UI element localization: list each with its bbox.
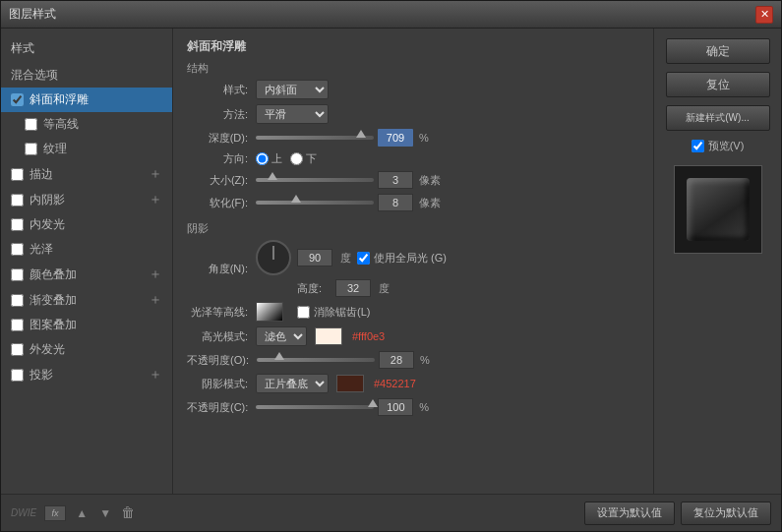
reset-button[interactable]: 复位 — [666, 72, 770, 97]
stroke-plus-icon[interactable]: ＋ — [149, 165, 162, 183]
stroke-checkbox[interactable] — [11, 168, 24, 181]
highlight-opacity-slider[interactable] — [257, 358, 375, 362]
preview-checkbox[interactable] — [692, 140, 704, 152]
depth-input[interactable] — [378, 129, 413, 147]
fx-button[interactable]: fx — [44, 505, 66, 521]
ok-button[interactable]: 确定 — [666, 38, 770, 64]
soften-unit: 像素 — [419, 196, 441, 210]
shadow-mode-select[interactable]: 正片叠底 正常 叠加 — [256, 374, 329, 393]
angle-input[interactable] — [297, 249, 332, 266]
shadow-mode-row: 阴影模式: 正片叠底 正常 叠加 #452217 — [187, 374, 639, 393]
method-control: 平滑 雕刻清晰 雕刻柔和 — [256, 104, 329, 124]
highlight-opacity-row: 不透明度(O): % — [187, 351, 639, 369]
anti-alias-checkbox[interactable] — [297, 306, 310, 319]
sidebar-item-outer-glow[interactable]: 外发光 — [1, 337, 172, 362]
shadow-opacity-slider[interactable] — [256, 405, 374, 409]
delete-button[interactable]: 🗑 — [121, 504, 139, 522]
inner-glow-checkbox[interactable] — [11, 218, 24, 231]
outer-glow-checkbox[interactable] — [11, 343, 24, 356]
size-label: 大小(Z): — [187, 173, 256, 188]
method-label: 方法: — [187, 107, 256, 122]
sidebar-item-gradient-overlay[interactable]: 渐变叠加 ＋ — [1, 287, 172, 313]
direction-control: 上 下 — [256, 151, 317, 166]
bevel-section-title: 斜面和浮雕 — [187, 38, 639, 55]
highlight-control: 滤色 正常 叠加 #fff0e3 — [256, 326, 385, 346]
sidebar-item-satin[interactable]: 光泽 — [1, 237, 172, 262]
gradient-overlay-checkbox[interactable] — [11, 294, 24, 307]
size-slider[interactable] — [256, 178, 374, 182]
gloss-row: 光泽等高线: 消除锯齿(L) — [187, 302, 639, 322]
depth-slider[interactable] — [256, 136, 374, 140]
inner-shadow-plus-icon[interactable]: ＋ — [149, 191, 162, 208]
depth-row: 深度(D): % — [187, 129, 639, 147]
sidebar-item-blend[interactable]: 混合选项 — [1, 63, 172, 88]
sidebar-item-contour[interactable]: 等高线 — [1, 112, 172, 137]
method-row: 方法: 平滑 雕刻清晰 雕刻柔和 — [187, 104, 639, 124]
highlight-opacity-input[interactable] — [379, 351, 414, 369]
sidebar-item-stroke[interactable]: 描边 ＋ — [1, 161, 172, 187]
shadow-sub-title: 阴影 — [187, 221, 639, 236]
soften-row: 软化(F): 像素 — [187, 194, 639, 211]
depth-label: 深度(D): — [187, 131, 256, 146]
move-up-button[interactable]: ▲ — [74, 505, 90, 521]
size-thumb — [268, 172, 277, 180]
direction-down-label[interactable]: 下 — [290, 151, 317, 166]
preview-inner — [687, 178, 750, 241]
close-button[interactable]: ✕ — [755, 6, 773, 24]
bottom-right: 设置为默认值 复位为默认值 — [584, 502, 771, 525]
global-light-label[interactable]: 使用全局光 (G) — [357, 251, 447, 266]
size-input[interactable] — [378, 171, 413, 189]
soften-input[interactable] — [378, 194, 413, 211]
anti-alias-label[interactable]: 消除锯齿(L) — [297, 305, 370, 320]
drop-shadow-checkbox[interactable] — [11, 369, 24, 382]
dial-line — [273, 246, 274, 260]
color-overlay-plus-icon[interactable]: ＋ — [149, 266, 162, 283]
sidebar-item-color-overlay[interactable]: 颜色叠加 ＋ — [1, 262, 172, 287]
highlight-color-swatch[interactable] — [315, 327, 342, 345]
shadow-opacity-label: 不透明度(C): — [187, 400, 256, 415]
sidebar-item-pattern-overlay[interactable]: 图案叠加 — [1, 313, 172, 337]
set-default-button[interactable]: 设置为默认值 — [584, 502, 675, 525]
method-select[interactable]: 平滑 雕刻清晰 雕刻柔和 — [256, 104, 329, 124]
shadow-opacity-row: 不透明度(C): % — [187, 398, 639, 416]
size-unit: 像素 — [419, 173, 441, 188]
gradient-overlay-plus-icon[interactable]: ＋ — [149, 291, 162, 309]
gloss-contour-preview[interactable] — [256, 302, 283, 322]
left-panel: 样式 混合选项 斜面和浮雕 等高线 纹理 描边 — [1, 29, 173, 494]
sidebar-item-drop-shadow[interactable]: 投影 ＋ — [1, 362, 172, 387]
sidebar-item-inner-glow[interactable]: 内发光 — [1, 212, 172, 237]
move-down-button[interactable]: ▼ — [97, 505, 113, 521]
sidebar-item-inner-shadow[interactable]: 内阴影 ＋ — [1, 187, 172, 212]
reset-default-button[interactable]: 复位为默认值 — [681, 502, 771, 525]
sidebar-item-texture[interactable]: 纹理 — [1, 137, 172, 161]
direction-up-radio[interactable] — [256, 152, 269, 165]
angle-unit: 度 — [340, 251, 351, 266]
shadow-color-swatch[interactable] — [336, 375, 364, 392]
shadow-hex: #452217 — [374, 378, 416, 389]
soften-label: 软化(F): — [187, 196, 256, 210]
highlight-mode-select[interactable]: 滤色 正常 叠加 — [256, 326, 307, 346]
inner-shadow-checkbox[interactable] — [11, 194, 24, 207]
shadow-mode-control: 正片叠底 正常 叠加 #452217 — [256, 374, 416, 393]
angle-dial[interactable] — [256, 240, 291, 275]
satin-checkbox[interactable] — [11, 243, 24, 256]
direction-down-radio[interactable] — [290, 152, 303, 165]
altitude-input[interactable] — [335, 279, 371, 297]
bevel-checkbox[interactable] — [11, 93, 24, 106]
drop-shadow-plus-icon[interactable]: ＋ — [149, 366, 162, 384]
soften-control: 像素 — [256, 194, 441, 211]
style-select[interactable]: 内斜面 外斜面 浮雕效果 枕状浮雕 描边浮雕 — [256, 80, 329, 99]
sidebar-item-bevel[interactable]: 斜面和浮雕 — [1, 88, 172, 112]
shadow-opacity-thumb — [368, 399, 378, 407]
color-overlay-checkbox[interactable] — [11, 268, 24, 281]
pattern-overlay-checkbox[interactable] — [11, 319, 24, 331]
bottom-logo: DWIE — [11, 507, 36, 518]
soften-slider[interactable] — [256, 201, 374, 205]
global-light-checkbox[interactable] — [357, 252, 370, 265]
preview-label: 预览(V) — [708, 139, 745, 153]
texture-checkbox[interactable] — [25, 143, 37, 155]
direction-up-label[interactable]: 上 — [256, 151, 282, 166]
shadow-opacity-input[interactable] — [378, 398, 413, 416]
new-style-button[interactable]: 新建样式(W)... — [666, 105, 770, 131]
contour-checkbox[interactable] — [25, 118, 37, 131]
